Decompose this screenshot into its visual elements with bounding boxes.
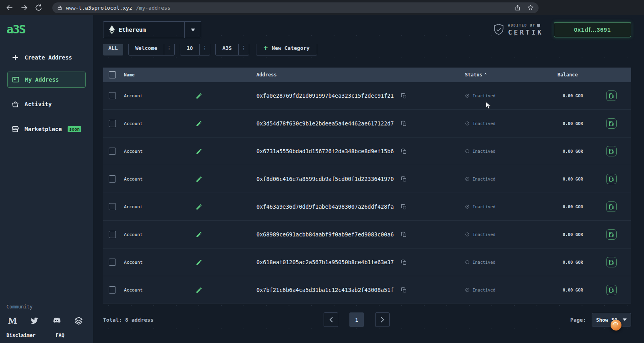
- gas-pump-icon[interactable]: [606, 257, 617, 267]
- sort-asc-icon: ^: [484, 73, 487, 77]
- certik-audit-badge: AUDITED BY CERTIK: [493, 24, 543, 36]
- edit-pencil-icon[interactable]: [196, 176, 256, 183]
- sidebar-item-create-address[interactable]: Create Address: [7, 50, 86, 65]
- address-table: Name Address Status ^ Balance Account 0x…: [103, 68, 631, 304]
- twitter-icon[interactable]: [30, 316, 39, 325]
- row-checkbox[interactable]: [109, 286, 116, 294]
- total-count: Total: 8 address: [103, 317, 153, 323]
- copy-icon[interactable]: [401, 232, 407, 238]
- address-bar[interactable]: www-t.a3sprotocol.xyz/my-address: [52, 2, 539, 13]
- next-page-button[interactable]: [375, 312, 390, 327]
- table-row: Account 0xf463a9e36d70dd9f1abeb4a983007a…: [103, 193, 631, 221]
- wallet-address-button[interactable]: 0x1df...3691: [554, 22, 631, 37]
- medium-icon[interactable]: M: [8, 316, 17, 325]
- sidebar-item-label: Activity: [25, 101, 52, 107]
- copy-icon[interactable]: [401, 204, 407, 210]
- reload-icon[interactable]: [35, 4, 43, 12]
- tab-a3s[interactable]: A3S ⋮: [215, 44, 249, 55]
- sidebar: a3S Create Address My Address Activity M…: [0, 15, 93, 343]
- header-address: Address: [256, 72, 465, 78]
- address-card-icon: [12, 76, 20, 84]
- table-row: Account 0x3d54d78f630c9b1e2bdeea5a4e4462…: [103, 110, 631, 138]
- edit-pencil-icon[interactable]: [196, 148, 256, 155]
- address-text: 0x68989ce691acbb84aabf9f0ab9ef7ed9083c00…: [256, 231, 394, 238]
- back-icon[interactable]: [6, 4, 14, 12]
- tab-10[interactable]: 10 ⋮: [180, 44, 211, 55]
- select-all-checkbox[interactable]: [109, 71, 116, 78]
- forward-icon[interactable]: [20, 4, 28, 12]
- community-label: Community: [6, 304, 93, 310]
- copy-icon[interactable]: [401, 121, 407, 127]
- prev-page-button[interactable]: [324, 312, 338, 327]
- table-body: Account 0xfa0e28769fd21d091997b4ea323c15…: [103, 82, 631, 304]
- bookmark-star-icon[interactable]: [527, 4, 534, 11]
- row-checkbox[interactable]: [109, 203, 116, 210]
- row-checkbox[interactable]: [109, 259, 116, 266]
- balance-text: 0.00 GOR: [557, 177, 602, 181]
- table-row: Account 0x68989ce691acbb84aabf9f0ab9ef7e…: [103, 221, 631, 249]
- table-row: Account 0xfa0e28769fd21d091997b4ea323c15…: [103, 82, 631, 110]
- sidebar-item-activity[interactable]: Activity: [7, 97, 86, 112]
- balance-text: 0.00 GOR: [557, 260, 602, 265]
- row-checkbox[interactable]: [109, 92, 116, 99]
- chevron-down-icon[interactable]: [185, 29, 201, 31]
- account-name: Account: [122, 260, 193, 265]
- gas-pump-icon[interactable]: [606, 285, 617, 295]
- edit-pencil-icon[interactable]: [196, 203, 256, 210]
- inactive-status-icon: [465, 204, 470, 209]
- certik-shield-icon: [493, 24, 504, 36]
- faq-link[interactable]: FAQ: [56, 333, 64, 338]
- sidebar-item-my-address[interactable]: My Address: [7, 72, 86, 88]
- copy-icon[interactable]: [401, 259, 407, 265]
- edit-pencil-icon[interactable]: [196, 120, 256, 127]
- gas-pump-icon[interactable]: [606, 90, 617, 101]
- tab-welcome[interactable]: Welcome ⋮: [128, 44, 175, 55]
- plus-icon: +: [264, 44, 268, 52]
- layers-icon[interactable]: [74, 316, 83, 325]
- share-icon[interactable]: [514, 4, 521, 11]
- new-category-button[interactable]: + New Category: [256, 44, 317, 55]
- discord-icon[interactable]: [52, 316, 61, 325]
- edit-pencil-icon[interactable]: [196, 231, 256, 238]
- inactive-status-icon: [465, 177, 470, 181]
- copy-icon[interactable]: [401, 93, 407, 99]
- tab-menu-icon[interactable]: ⋮: [238, 44, 249, 55]
- tab-all[interactable]: ALL: [103, 44, 123, 55]
- row-checkbox[interactable]: [109, 231, 116, 238]
- page-number[interactable]: 1: [349, 312, 364, 327]
- status-text: Inactived: [473, 260, 495, 265]
- status-text: Inactived: [473, 177, 495, 181]
- edit-pencil-icon[interactable]: [196, 92, 256, 99]
- status-text: Inactived: [473, 93, 495, 98]
- sidebar-item-label: Create Address: [25, 54, 72, 61]
- tab-menu-icon[interactable]: ⋮: [164, 44, 174, 55]
- gas-pump-icon[interactable]: [606, 174, 617, 184]
- inactive-status-icon: [465, 232, 470, 237]
- network-name: Ethereum: [119, 27, 146, 33]
- gas-pump-icon[interactable]: [606, 229, 617, 240]
- edit-pencil-icon[interactable]: [196, 287, 256, 294]
- copy-icon[interactable]: [401, 148, 407, 154]
- copy-icon[interactable]: [401, 287, 407, 293]
- row-checkbox[interactable]: [109, 175, 116, 183]
- header-status[interactable]: Status ^: [465, 72, 557, 78]
- address-text: 0x618eaf01205ac2a567b1a95050b8ce4b1fe63e…: [256, 259, 394, 265]
- social-links: M: [0, 316, 93, 325]
- network-selector[interactable]: Ethereum: [103, 21, 201, 38]
- row-checkbox[interactable]: [109, 120, 116, 127]
- inactive-status-icon: [465, 288, 470, 292]
- edit-pencil-icon[interactable]: [196, 259, 256, 266]
- main-content: Ethereum AUDITED BY CERTIK 0x: [93, 15, 644, 343]
- metamask-fox-button[interactable]: [611, 320, 621, 331]
- gas-pump-icon[interactable]: [606, 118, 617, 129]
- tab-menu-icon[interactable]: ⋮: [199, 44, 210, 55]
- disclaimer-link[interactable]: Disclaimer: [6, 333, 35, 338]
- inactive-status-icon: [465, 260, 470, 265]
- copy-icon[interactable]: [401, 176, 407, 182]
- sidebar-item-marketplace[interactable]: Marketplace soon: [7, 121, 86, 137]
- table-row: Account 0x7bf21c6b6a4ca5d31ba1c12c413ab2…: [103, 276, 631, 304]
- balance-text: 0.00 GOR: [557, 232, 602, 237]
- gas-pump-icon[interactable]: [606, 146, 617, 156]
- row-checkbox[interactable]: [109, 148, 116, 155]
- gas-pump-icon[interactable]: [606, 201, 617, 212]
